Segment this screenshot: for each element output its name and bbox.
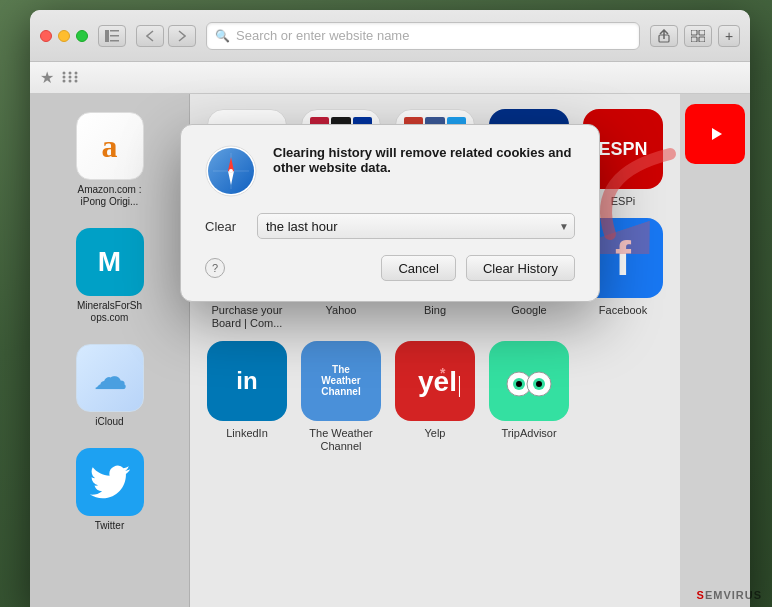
svg-rect-8 xyxy=(699,37,705,42)
svg-point-12 xyxy=(63,75,66,78)
modal-overlay: Clearing history will remove related coo… xyxy=(30,94,750,607)
svg-point-11 xyxy=(75,71,78,74)
svg-point-15 xyxy=(63,79,66,82)
minimize-button[interactable] xyxy=(58,30,70,42)
traffic-lights xyxy=(40,30,88,42)
address-placeholder: Search or enter website name xyxy=(236,28,409,43)
tabs-button[interactable] xyxy=(684,25,712,47)
svg-rect-5 xyxy=(691,30,697,35)
desktop: 🔍 Search or enter website name xyxy=(0,0,772,607)
clear-history-modal: Clearing history will remove related coo… xyxy=(180,124,600,302)
svg-point-17 xyxy=(75,79,78,82)
bookmarks-star-icon[interactable]: ★ xyxy=(40,68,54,87)
title-bar: 🔍 Search or enter website name xyxy=(30,10,750,62)
svg-rect-3 xyxy=(110,40,119,42)
forward-button[interactable] xyxy=(168,25,196,47)
address-bar[interactable]: 🔍 Search or enter website name xyxy=(206,22,640,50)
svg-point-16 xyxy=(69,79,72,82)
sidebar-toggle-button[interactable] xyxy=(98,25,126,47)
svg-point-13 xyxy=(69,75,72,78)
content-area: a Amazon.com :iPong Origi... M MineralsF… xyxy=(30,94,750,607)
add-tab-button[interactable]: + xyxy=(718,25,740,47)
share-button[interactable] xyxy=(650,25,678,47)
svg-rect-0 xyxy=(105,30,109,42)
watermark: SEMVIRUS xyxy=(697,589,762,601)
watermark-s: S xyxy=(697,589,705,601)
svg-rect-6 xyxy=(699,30,705,35)
modal-buttons: Cancel Clear History xyxy=(381,255,575,281)
clear-label: Clear xyxy=(205,219,245,234)
bookmarks-grid-icon[interactable] xyxy=(62,70,78,86)
safari-icon xyxy=(205,145,257,197)
bookmarks-bar: ★ xyxy=(30,62,750,94)
svg-point-36 xyxy=(229,169,233,173)
modal-footer: ? Cancel Clear History xyxy=(205,255,575,281)
watermark-text: EMVIRUS xyxy=(705,589,762,601)
toolbar-right: + xyxy=(650,25,740,47)
clear-history-button[interactable]: Clear History xyxy=(466,255,575,281)
back-button[interactable] xyxy=(136,25,164,47)
modal-text: Clearing history will remove related coo… xyxy=(273,145,575,179)
svg-rect-1 xyxy=(110,30,119,32)
svg-point-9 xyxy=(63,71,66,74)
time-range-select[interactable]: the last hour today today and yesterday … xyxy=(257,213,575,239)
search-icon: 🔍 xyxy=(215,29,230,43)
nav-buttons xyxy=(136,25,196,47)
cancel-button[interactable]: Cancel xyxy=(381,255,455,281)
modal-header: Clearing history will remove related coo… xyxy=(205,145,575,197)
time-range-wrapper: the last hour today today and yesterday … xyxy=(257,213,575,239)
browser-window: 🔍 Search or enter website name xyxy=(30,10,750,607)
modal-row: Clear the last hour today today and yest… xyxy=(205,213,575,239)
svg-rect-2 xyxy=(110,35,119,37)
maximize-button[interactable] xyxy=(76,30,88,42)
close-button[interactable] xyxy=(40,30,52,42)
svg-point-10 xyxy=(69,71,72,74)
help-button[interactable]: ? xyxy=(205,258,225,278)
svg-point-14 xyxy=(75,75,78,78)
svg-rect-7 xyxy=(691,37,697,42)
modal-title: Clearing history will remove related coo… xyxy=(273,145,575,175)
